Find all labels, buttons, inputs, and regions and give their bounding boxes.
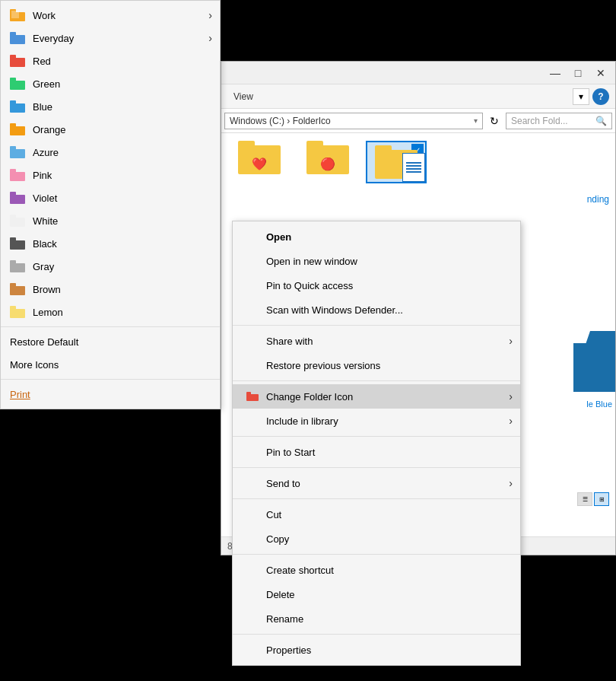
address-bar: Windows (C:) › FolderIco ▾ ↻ Search Fold… [221,109,615,133]
ctx-item-copy[interactable]: Copy [233,527,520,551]
ctx-divider-6 [233,380,520,381]
ctx-label-open: Open [266,231,508,243]
ctx-item-properties[interactable]: Properties [233,638,520,662]
color-menu-item-violet[interactable]: Violet [1,186,220,209]
ctx-divider-9 [233,467,520,468]
color-menu-item-orange[interactable]: Orange [1,118,220,141]
color-menu-item-gray[interactable]: Gray [1,255,220,278]
ctx-item-include_library[interactable]: Include in library› [233,409,520,433]
folder-icon-black [10,237,25,250]
ctx-label-restore_versions: Restore previous versions [266,360,508,371]
ctx-item-cut[interactable]: Cut [233,502,520,527]
color-label-work: Work [33,10,56,21]
ctx-item-scan_defender[interactable]: Scan with Windows Defender... [233,298,520,322]
ctx-item-change_folder_icon[interactable]: Change Folder Icon› [233,384,520,409]
folder-item-1[interactable]: ❤️ [229,141,290,183]
ctx-label-pin_quick_access: Pin to Quick access [266,280,508,291]
refresh-button[interactable]: ↻ [486,113,503,129]
footer-item-more_icons[interactable]: More Icons [1,353,220,376]
color-menu-item-black[interactable]: Black [1,232,220,255]
ctx-item-send_to[interactable]: Send to› [233,471,520,495]
footer-item-restore_default[interactable]: Restore Default [1,330,220,353]
color-menu-item-pink[interactable]: Pink [1,164,220,186]
view-tab[interactable]: View [227,88,259,105]
address-path[interactable]: Windows (C:) › FolderIco ▾ [224,113,483,129]
folder-icon-2: 🔴 [306,141,349,174]
ctx-label-create_shortcut: Create shortcut [266,565,508,576]
folder-icon-red [10,55,25,67]
color-menu-item-white[interactable]: White [1,209,220,232]
ctx-item-share_with[interactable]: Share with› [233,329,520,353]
color-submenu: Work Everyday Red Green Blue Orange Azur… [0,0,221,409]
color-label-violet: Violet [33,193,57,204]
ctx-label-copy: Copy [266,533,508,545]
ctx-item-restore_versions[interactable]: Restore previous versions [233,353,520,377]
minimize-button[interactable]: — [544,65,567,81]
color-label-blue: Blue [33,101,52,113]
ctx-item-open_new_window[interactable]: Open in new window [233,249,520,273]
ctx-label-cut: Cut [266,509,508,520]
color-label-brown: Brown [33,284,61,295]
footer-label-more_icons: More Icons [10,359,59,371]
ctx-label-open_new_window: Open in new window [266,256,508,267]
print-item[interactable]: Print [1,383,220,406]
ctx-divider-10 [233,498,520,499]
partial-blue-folder [573,331,615,392]
search-box[interactable]: Search Fold... 🔍 [506,113,612,129]
folder-icon-pink [10,169,25,181]
ctx-arrow-include_library: › [509,415,513,427]
folder-icon-violet [10,192,25,204]
view-icon-list[interactable]: ☰ [577,492,592,506]
ctx-item-delete[interactable]: Delete [233,582,520,606]
color-label-black: Black [33,238,57,250]
color-menu-item-green[interactable]: Green [1,72,220,95]
ctx-item-rename[interactable]: Rename [233,606,520,631]
color-label-green: Green [33,78,60,90]
folder-icon-work [10,9,25,21]
color-menu-item-lemon[interactable]: Lemon [1,301,220,323]
color-label-everyday: Everyday [33,33,74,44]
maximize-button[interactable]: □ [567,65,589,81]
ctx-item-open[interactable]: Open [233,224,520,249]
ctx-item-create_shortcut[interactable]: Create shortcut [233,558,520,582]
toolbar-expand-button[interactable]: ▾ [573,88,589,105]
color-menu-item-red[interactable]: Red [1,49,220,72]
address-dropdown-icon[interactable]: ▾ [474,116,478,125]
folder-icon-lemon [10,306,25,318]
color-menu-item-work[interactable]: Work [1,4,220,27]
folder-icon-azure [10,146,25,158]
color-label-white: White [33,215,58,227]
folder-icon-blue [10,100,25,113]
folder-icon-1: ❤️ [238,141,281,174]
folder-icon-everyday [10,32,25,44]
help-button[interactable]: ? [592,88,609,105]
color-label-lemon: Lemon [33,307,63,318]
ctx-divider-8 [233,436,520,437]
color-menu-item-brown[interactable]: Brown [1,278,220,301]
close-button[interactable]: ✕ [589,65,612,81]
ctx-label-scan_defender: Scan with Windows Defender... [266,304,508,316]
folder-icon-green [10,78,25,90]
folder-item-selected[interactable]: ✓ [366,141,427,183]
ctx-label-share_with: Share with [266,336,508,347]
folder-icon-white [10,215,25,227]
titlebar: — □ ✕ [221,62,615,84]
view-icon-grid[interactable]: ⊞ [594,492,609,506]
color-menu-item-everyday[interactable]: Everyday [1,27,220,49]
ctx-label-rename: Rename [266,613,508,625]
color-menu-item-azure[interactable]: Azure [1,141,220,164]
explorer-toolbar: View ▾ ? [221,84,615,109]
ctx-arrow-share_with: › [509,335,513,347]
ctx-item-pin_start[interactable]: Pin to Start [233,440,520,464]
partial-folder-label: nding [587,194,609,205]
ctx-item-pin_quick_access[interactable]: Pin to Quick access [233,273,520,298]
folder-item-2[interactable]: 🔴 [297,141,358,183]
context-menu: OpenOpen in new windowPin to Quick acces… [232,221,521,666]
ctx-label-send_to: Send to [266,478,508,489]
document-overlay [402,153,425,182]
print-divider [1,379,220,380]
menu-divider-bottom [1,326,220,327]
color-menu-item-blue[interactable]: Blue [1,95,220,118]
ctx-arrow-send_to: › [509,477,513,489]
view-toggle-icons: ☰ ⊞ [577,492,609,506]
